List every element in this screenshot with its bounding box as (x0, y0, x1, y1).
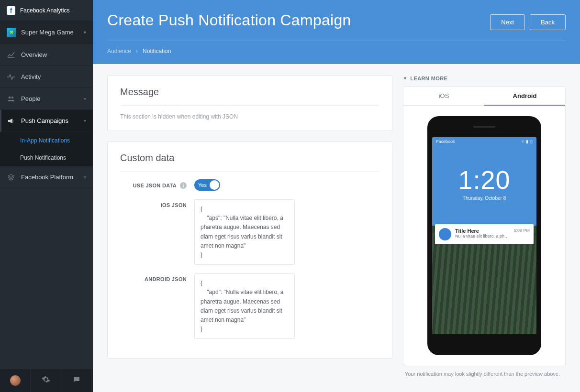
pulse-icon (7, 73, 15, 81)
sidebar-item-label: Facebook Platform (21, 174, 73, 181)
sidebar-item-label: Overview (21, 51, 47, 58)
facebook-logo-icon: f (7, 6, 15, 15)
sidebar-item-facebook-platform[interactable]: Facebook Platform ▾ (0, 166, 93, 188)
next-button[interactable]: Next (490, 14, 525, 30)
notification-body: Nulla vitae elit libero, a pharetra augu… (455, 234, 510, 239)
chevron-right-icon: › (136, 48, 138, 54)
chat-icon (72, 375, 81, 386)
people-icon (7, 95, 15, 103)
chart-line-icon (7, 51, 15, 59)
use-json-toggle[interactable]: Yes (194, 179, 220, 191)
info-icon[interactable]: i (180, 182, 187, 189)
sidebar-item-push-campaigns[interactable]: Push Campaigns ▾ (0, 110, 93, 132)
app-icon (7, 28, 16, 37)
svg-rect-0 (8, 57, 14, 58)
android-json-input[interactable]: { "apd": "Nulla vitae elit libero, a pha… (194, 273, 295, 339)
sidebar-item-activity[interactable]: Activity (0, 66, 93, 88)
svg-point-2 (11, 96, 13, 98)
settings-button[interactable] (31, 369, 61, 392)
notification-app-icon (439, 228, 451, 240)
statusbar-app: Facebook (436, 139, 455, 144)
learn-more-toggle[interactable]: ▼ LEARN MORE (403, 76, 566, 81)
lockscreen-time: 1:20 (432, 165, 536, 195)
custom-data-card: Custom data USE JSON DATA i Yes iOS JSON… (107, 142, 392, 359)
svg-point-1 (9, 96, 11, 98)
tab-label: iOS (439, 92, 449, 99)
profile-button[interactable] (0, 369, 31, 392)
signal-icon: ▮ (526, 139, 528, 144)
subnav-push-notifications[interactable]: Push Notifications (0, 149, 93, 166)
toggle-value: Yes (194, 182, 207, 188)
main-content: Message This section is hidden when edit… (93, 64, 580, 392)
back-button[interactable]: Back (530, 14, 566, 30)
sidebar-item-label: People (21, 95, 40, 102)
breadcrumb-audience[interactable]: Audience (107, 48, 131, 54)
chevron-down-icon: ▾ (84, 96, 86, 101)
use-json-label: USE JSON DATA (133, 183, 177, 188)
battery-icon: ▯ (530, 139, 533, 144)
breadcrumb: Audience › Notification (107, 41, 566, 54)
brand-row: f Facebook Analytics (0, 0, 93, 21)
caret-down-icon: ▼ (403, 76, 407, 81)
chevron-down-icon: ▾ (84, 30, 86, 35)
comments-button[interactable] (61, 369, 92, 392)
svg-marker-3 (8, 174, 14, 177)
sidebar-item-overview[interactable]: Overview (0, 44, 93, 66)
push-campaigns-subnav: In-App Notifications Push Notifications (0, 132, 93, 166)
avatar-icon (10, 375, 21, 386)
lockscreen-date: Thursday, October 8 (432, 196, 536, 201)
sidebar-footer (0, 369, 93, 392)
chevron-down-icon: ▾ (84, 174, 86, 180)
subnav-label: In-App Notifications (20, 137, 70, 144)
tab-android[interactable]: Android (484, 87, 565, 106)
preview-footnote: Your notification may look slightly diff… (403, 366, 566, 379)
tab-ios[interactable]: iOS (403, 87, 484, 106)
message-title: Message (120, 87, 379, 98)
preview-panel: iOS Android Facebook ▿ ▮ ▯ (403, 86, 566, 366)
app-name: Super Mega Game (21, 29, 74, 36)
brand-name: Facebook Analytics (20, 7, 69, 14)
ios-json-label: iOS JSON (161, 202, 187, 208)
subnav-label: Push Notifications (20, 154, 66, 161)
sidebar: f Facebook Analytics Super Mega Game ▾ O… (0, 0, 93, 392)
chevron-down-icon: ▾ (84, 118, 86, 123)
tab-label: Android (513, 92, 537, 99)
layers-icon (7, 173, 15, 182)
wifi-icon: ▿ (522, 139, 524, 144)
wallpaper-forest (432, 233, 536, 334)
subnav-in-app-notifications[interactable]: In-App Notifications (0, 132, 93, 149)
android-json-label: ANDROID JSON (145, 276, 187, 282)
learn-more-label: LEARN MORE (410, 76, 447, 81)
message-card: Message This section is hidden when edit… (107, 76, 392, 131)
notification-card: Title Here Nulla vitae elit libero, a ph… (435, 224, 534, 244)
notification-title: Title Here (455, 228, 510, 234)
phone-speaker-icon (473, 126, 495, 128)
sidebar-item-label: Push Campaigns (21, 117, 68, 124)
ios-json-input[interactable]: { "aps": "Nulla vitae elit libero, a pha… (194, 199, 295, 265)
sidebar-item-label: Activity (21, 73, 41, 80)
megaphone-icon (7, 117, 15, 125)
phone-preview: Facebook ▿ ▮ ▯ 1:20 Thursday, October 8 (427, 116, 541, 355)
message-hidden-hint: This section is hidden when editing with… (120, 113, 379, 120)
page-header: Create Push Notification Campaign Next B… (93, 0, 580, 64)
custom-data-title: Custom data (120, 152, 379, 163)
sidebar-item-people[interactable]: People ▾ (0, 88, 93, 110)
gear-icon (42, 375, 50, 386)
breadcrumb-notification: Notification (143, 48, 171, 54)
notification-time: 5:09 PM (513, 228, 530, 240)
app-selector[interactable]: Super Mega Game ▾ (0, 21, 93, 44)
toggle-knob-icon (210, 180, 219, 190)
